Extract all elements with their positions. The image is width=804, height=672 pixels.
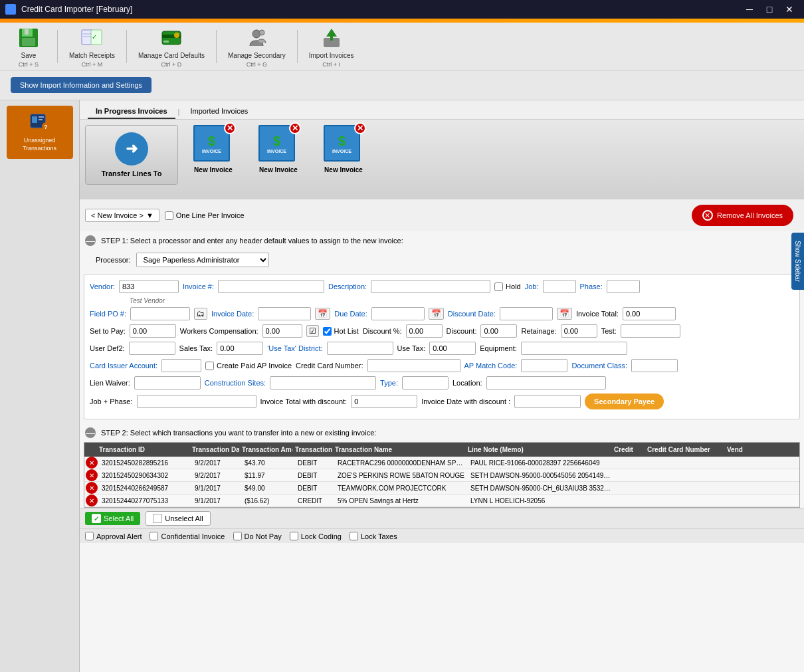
hold-checkbox-label[interactable]: Hold [494,282,521,291]
unselect-all-button[interactable]: Unselect All [146,511,210,526]
table-row[interactable]: ✕ 320152450290634302 9/2/2017 $11.97 DEB… [84,469,799,482]
invoice-remove-1[interactable]: ✕ [224,122,236,134]
hold-checkbox[interactable] [494,282,503,291]
save-button[interactable]: Save Ctrl + S [5,22,52,71]
table-row[interactable]: ✕ 320152440266249587 9/1/2017 $49.00 DEB… [84,482,799,495]
close-button[interactable]: ✕ [780,0,799,19]
one-line-checkbox[interactable] [165,211,173,220]
secondary-payee-button[interactable]: Secondary Payee [585,393,664,409]
window-title: Credit Card Importer [February] [21,5,735,14]
hot-list-label[interactable]: Hot List [323,327,359,336]
tab-imported[interactable]: Imported Invoices [182,104,256,119]
construction-sites-input[interactable] [270,376,376,390]
ap-match-code-input[interactable] [521,359,567,372]
minimize-button[interactable]: ─ [740,0,759,19]
invoice-date-discount-input[interactable] [514,395,581,408]
workers-comp-btn[interactable]: ☑ [306,325,319,337]
processor-select[interactable]: Sage Paperless Administrator [136,253,269,267]
new-invoice-button[interactable]: < New Invoice > ▼ [85,209,159,222]
step1-collapse[interactable]: — [85,235,96,246]
maximize-button[interactable]: □ [760,0,779,19]
equipment-input[interactable] [521,342,627,355]
show-sidebar-button[interactable]: Show Sidebar [791,233,804,290]
job-input[interactable] [543,280,576,293]
description-input[interactable] [371,280,490,293]
invoice-remove-2[interactable]: ✕ [289,122,301,134]
lock-taxes-checkbox[interactable] [350,532,358,540]
header-transaction-date: Transaction Date [189,445,239,455]
row-remove-btn[interactable]: ✕ [86,495,98,506]
confidential-invoice-checkbox[interactable] [150,532,158,540]
lock-coding-label[interactable]: Lock Coding [290,532,342,540]
create-paid-ap-label[interactable]: Create Paid AP Invoice [205,362,292,370]
do-not-pay-label[interactable]: Do Not Pay [233,532,282,540]
tab-in-progress[interactable]: In Progress Invoices [88,104,175,119]
table-row[interactable]: ✕ 320152440277075133 9/1/2017 ($16.62) C… [84,495,799,507]
workers-comp-input[interactable] [262,324,302,338]
due-date-input[interactable] [371,307,425,320]
create-paid-ap-checkbox[interactable] [205,362,214,370]
credit-card-num-input[interactable] [367,359,460,372]
set-to-pay-label: Set to Pay: [90,327,126,335]
hot-list-checkbox[interactable] [323,327,332,336]
card-issuer-input[interactable] [161,359,201,372]
phase-input[interactable] [607,280,640,293]
discount-pct-input[interactable] [406,324,443,338]
remove-all-button[interactable]: ✕ Remove All Invoices [692,205,793,226]
description-label: Description: [328,282,367,290]
invoice-total-discount-input[interactable] [351,395,417,408]
discount-date-input[interactable] [500,307,553,320]
step2-collapse[interactable]: — [85,427,96,438]
vendor-input[interactable] [119,280,179,293]
right-panel: In Progress Invoices | Imported Invoices… [80,100,804,672]
invoice-remove-3[interactable]: ✕ [354,122,366,134]
use-tax-input[interactable] [429,342,476,355]
manage-card-defaults-button[interactable]: Manage Card Defaults Ctrl + D [132,22,211,71]
confidential-invoice-label[interactable]: Confidential Invoice [150,532,225,540]
test-input[interactable] [621,324,680,338]
use-tax-district-input[interactable] [327,342,393,355]
unassigned-transactions-button[interactable]: ? UnassignedTransactions [7,106,73,159]
type-input[interactable] [402,376,449,390]
set-to-pay-input[interactable] [130,324,176,338]
import-invoices-button[interactable]: Import Invoices Ctrl + I [303,22,360,71]
due-date-cal-btn[interactable]: 📅 [429,308,444,320]
row-remove-btn[interactable]: ✕ [86,469,98,481]
do-not-pay-checkbox[interactable] [233,532,242,540]
field-po-input[interactable] [130,307,190,320]
match-receipts-button[interactable]: ✓ Match Receipts Ctrl + M [63,22,121,71]
invoice-date-input[interactable] [258,307,311,320]
approval-alert-label[interactable]: Approval Alert [85,532,142,540]
lock-coding-checkbox[interactable] [290,532,298,540]
transaction-table: Transaction ID Transaction Date Transact… [84,442,800,508]
row-remove-btn[interactable]: ✕ [86,457,98,469]
invoice-card-1[interactable]: $ INVOICE ✕ New Invoice [183,125,243,173]
invoice-card-3[interactable]: $ INVOICE ✕ New Invoice [314,125,373,173]
discount-input[interactable] [480,324,517,338]
select-all-button[interactable]: ✓ Select All [85,512,140,525]
cell-date: 9/2/2017 [192,458,242,468]
lien-waiver-input[interactable] [134,376,201,390]
field-po-browse-btn[interactable]: 🗂 [194,308,207,320]
invoice-num-input[interactable] [218,280,324,293]
discount-date-cal-btn[interactable]: 📅 [557,308,572,320]
user-def2-input[interactable] [129,342,175,355]
vendor-hint: Test Vendor [130,297,794,304]
retainage-input[interactable] [561,324,597,338]
invoice-total-input[interactable] [623,307,676,320]
form-row-6: Lien Waiver: Construction Sites: Type: L… [90,376,794,390]
document-class-input[interactable] [631,359,678,372]
show-import-button[interactable]: Show Import Information and Settings [11,77,151,93]
job-plus-phase-input[interactable] [137,395,256,408]
location-input[interactable] [486,376,606,390]
sales-tax-input[interactable] [217,342,263,355]
row-remove-btn[interactable]: ✕ [86,482,98,494]
table-row[interactable]: ✕ 320152450282895216 9/2/2017 $43.70 DEB… [84,457,799,469]
lock-taxes-label[interactable]: Lock Taxes [350,532,397,540]
manage-secondary-button[interactable]: Manage Secondary Ctrl + G [222,22,292,71]
approval-alert-checkbox[interactable] [85,532,94,540]
one-line-per-invoice-label[interactable]: One Line Per Invoice [165,211,245,220]
invoice-date-cal-btn[interactable]: 📅 [315,308,330,320]
invoice-card-2[interactable]: $ INVOICE ✕ New Invoice [249,125,308,173]
invoice-num-label: Invoice #: [183,282,214,290]
